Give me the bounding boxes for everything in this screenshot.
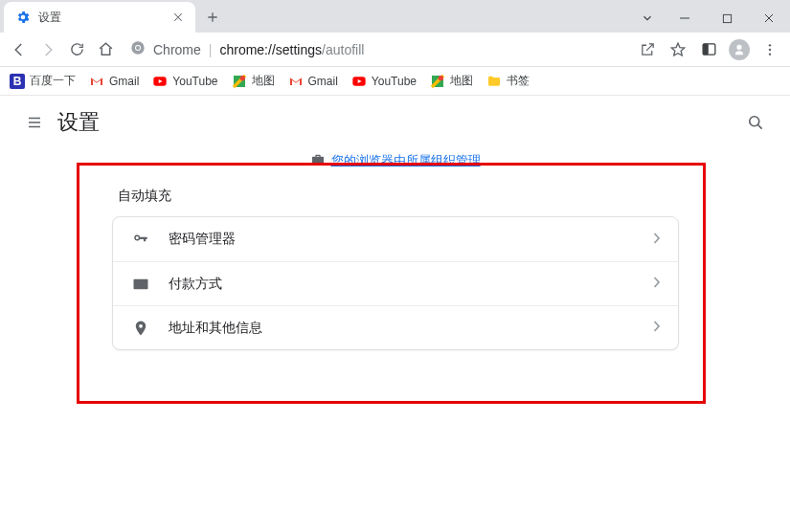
close-tab-button[interactable]	[170, 10, 186, 25]
section-title: 自动填充	[118, 188, 679, 205]
bookmark-maps[interactable]: 地图	[232, 73, 275, 89]
svg-point-8	[769, 53, 771, 55]
location-pin-icon	[130, 320, 151, 337]
autofill-card: 密码管理器 付款方式 地址和其他信息	[112, 216, 679, 350]
svg-rect-0	[723, 14, 731, 22]
svg-point-7	[769, 48, 771, 50]
bookmark-gmail-2[interactable]: Gmail	[288, 74, 338, 89]
managed-banner-text: 您的浏览器由所属组织管理	[331, 152, 481, 169]
bookmark-youtube[interactable]: YouTube	[152, 74, 217, 89]
gear-icon	[15, 10, 31, 25]
forward-button[interactable]	[34, 36, 61, 63]
bookmark-youtube-2[interactable]: YouTube	[351, 74, 417, 89]
chevron-right-icon	[653, 277, 661, 291]
bookmark-label: YouTube	[372, 75, 417, 88]
bookmark-label: 百度一下	[30, 73, 76, 89]
password-manager-row[interactable]: 密码管理器	[113, 217, 678, 261]
menu-button[interactable]	[756, 36, 784, 63]
row-label: 密码管理器	[169, 231, 653, 248]
svg-point-15	[750, 117, 759, 126]
bookmark-label: 地图	[252, 73, 275, 89]
profile-avatar-button[interactable]	[725, 36, 754, 63]
bookmark-star-button[interactable]	[664, 36, 692, 63]
svg-point-14	[439, 76, 443, 80]
payment-methods-row[interactable]: 付款方式	[113, 261, 678, 305]
window-titlebar: 设置	[0, 0, 790, 33]
bookmark-folder[interactable]: 书签	[486, 73, 530, 89]
settings-content: 您的浏览器由所属组织管理 自动填充 密码管理器 付款方式 地址和其他信息	[0, 149, 790, 350]
svg-point-11	[239, 76, 244, 80]
search-button[interactable]	[736, 103, 775, 142]
bookmark-label: 地图	[450, 73, 473, 89]
briefcase-icon	[310, 152, 326, 170]
key-icon	[130, 231, 151, 248]
chevron-right-icon	[653, 233, 661, 247]
autofill-section: 自动填充 密码管理器 付款方式 地址和其他信息	[108, 188, 683, 350]
reload-button[interactable]	[63, 36, 90, 63]
bookmark-gmail[interactable]: Gmail	[89, 74, 139, 89]
address-separator: |	[209, 42, 213, 57]
youtube-icon	[152, 74, 168, 89]
home-button[interactable]	[92, 36, 119, 63]
toolbar: Chrome | chrome://settings/autofill	[0, 33, 790, 67]
back-button[interactable]	[6, 36, 33, 63]
address-bar[interactable]: Chrome | chrome://settings/autofill	[121, 40, 631, 58]
row-label: 地址和其他信息	[169, 320, 653, 337]
svg-point-6	[769, 44, 771, 46]
new-tab-button[interactable]	[199, 4, 226, 31]
side-panel-button[interactable]	[694, 36, 723, 63]
bookmark-baidu[interactable]: B百度一下	[10, 73, 76, 89]
chevron-right-icon	[653, 321, 661, 335]
address-url: chrome://settings/autofill	[219, 42, 364, 57]
gmail-icon	[288, 74, 304, 89]
bookmarks-bar: B百度一下 Gmail YouTube 地图 Gmail YouTube 地图 …	[0, 67, 790, 96]
settings-menu-button[interactable]	[15, 103, 54, 142]
maps-icon	[232, 74, 247, 89]
settings-header: 设置	[0, 96, 790, 149]
window-minimize-button[interactable]	[664, 4, 706, 33]
credit-card-icon	[130, 276, 151, 293]
bookmark-label: 书签	[507, 73, 530, 89]
addresses-row[interactable]: 地址和其他信息	[113, 305, 678, 349]
gmail-icon	[89, 74, 104, 89]
maps-icon	[430, 74, 445, 89]
svg-rect-5	[703, 44, 709, 55]
folder-icon	[486, 74, 502, 89]
address-scheme-label: Chrome	[153, 42, 201, 57]
window-maximize-button[interactable]	[706, 4, 748, 33]
page-title: 设置	[57, 108, 100, 137]
share-button[interactable]	[633, 36, 662, 63]
bookmark-label: YouTube	[172, 75, 217, 88]
tab-search-button[interactable]	[631, 4, 664, 33]
youtube-icon	[351, 74, 367, 89]
chrome-logo-icon	[130, 40, 146, 58]
window-close-button[interactable]	[748, 4, 790, 33]
tab-title: 设置	[38, 10, 163, 26]
window-controls	[631, 4, 790, 33]
managed-banner[interactable]: 您的浏览器由所属组织管理	[0, 149, 790, 172]
svg-point-3	[136, 46, 140, 50]
bookmark-label: Gmail	[109, 75, 139, 88]
bookmark-label: Gmail	[308, 75, 338, 88]
browser-tab[interactable]: 设置	[4, 2, 195, 33]
bookmark-maps-2[interactable]: 地图	[430, 73, 473, 89]
baidu-icon: B	[10, 74, 25, 89]
row-label: 付款方式	[169, 276, 653, 293]
